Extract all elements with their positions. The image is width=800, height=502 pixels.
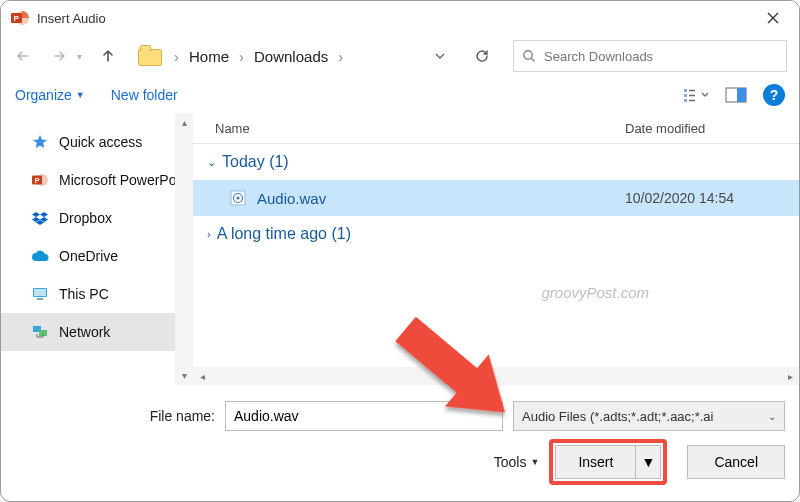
breadcrumb[interactable]: › Home › Downloads › [170, 48, 413, 65]
chevron-right-icon: › [239, 48, 244, 65]
dialog-title: Insert Audio [37, 11, 106, 26]
forward-button[interactable] [49, 46, 69, 66]
quick-access-icon [31, 133, 49, 151]
scroll-right-icon[interactable]: ▸ [781, 371, 799, 382]
sidebar-item-onedrive[interactable]: OneDrive [1, 237, 193, 275]
file-name: Audio.wav [257, 190, 625, 207]
help-button[interactable]: ? [763, 84, 785, 106]
svg-rect-6 [684, 99, 687, 102]
filename-label: File name: [15, 408, 225, 424]
column-headers: Name Date modified [193, 113, 799, 144]
sidebar-scrollbar[interactable]: ▴ ▾ [175, 113, 193, 385]
chevron-right-icon: › [338, 48, 343, 65]
sidebar-item-network[interactable]: Network [1, 313, 193, 351]
sidebar-item-powerpoint[interactable]: P Microsoft PowerPo [1, 161, 193, 199]
group-today[interactable]: ⌄ Today (1) [193, 144, 799, 180]
chevron-right-icon: › [174, 48, 179, 65]
insert-audio-dialog: P Insert Audio ▾ › Home › Downloads › [0, 0, 800, 502]
file-row[interactable]: Audio.wav 10/02/2020 14:54 [193, 180, 799, 216]
file-panel: Name Date modified ⌄ Today (1) Audio.wav… [193, 113, 799, 385]
caret-down-icon: ⌄ [768, 411, 776, 422]
svg-rect-14 [37, 298, 43, 300]
address-dropdown-icon[interactable] [429, 53, 451, 59]
onedrive-icon [31, 247, 49, 265]
search-placeholder: Search Downloads [544, 49, 653, 64]
title-bar: P Insert Audio [1, 1, 799, 35]
folder-icon [138, 47, 160, 65]
svg-rect-4 [684, 89, 687, 92]
column-name[interactable]: Name [215, 121, 625, 136]
powerpoint-icon: P [11, 9, 29, 27]
view-options-button[interactable] [679, 83, 713, 107]
caret-down-icon: ▼ [76, 90, 85, 100]
chevron-down-icon: ⌄ [207, 156, 216, 169]
dropbox-icon [31, 209, 49, 227]
tools-button[interactable]: Tools ▼ [494, 454, 540, 470]
svg-point-3 [524, 51, 532, 59]
new-folder-button[interactable]: New folder [111, 87, 178, 103]
breadcrumb-item[interactable]: Downloads [254, 48, 328, 65]
column-date[interactable]: Date modified [625, 121, 799, 136]
this-pc-icon [31, 285, 49, 303]
preview-pane-button[interactable] [719, 83, 753, 107]
search-input[interactable]: Search Downloads [513, 40, 787, 72]
scroll-up-icon[interactable]: ▴ [182, 113, 187, 132]
chevron-right-icon: › [207, 228, 211, 240]
svg-text:P: P [14, 14, 20, 23]
powerpoint-icon: P [31, 171, 49, 189]
network-icon [31, 323, 49, 341]
filename-input[interactable] [225, 401, 503, 431]
watermark: groovyPost.com [541, 284, 649, 301]
cancel-button[interactable]: Cancel [687, 445, 785, 479]
toolbar: Organize ▼ New folder ? [1, 77, 799, 113]
search-icon [522, 49, 536, 63]
dialog-footer: File name: Audio Files (*.adts;*.adt;*.a… [1, 385, 799, 501]
insert-button[interactable]: Insert ▼ [555, 445, 661, 479]
group-long-ago[interactable]: › A long time ago (1) [193, 216, 799, 252]
insert-dropdown[interactable]: ▼ [635, 446, 660, 478]
back-button[interactable] [13, 46, 33, 66]
close-button[interactable] [753, 4, 793, 32]
audio-file-icon [229, 189, 247, 207]
horizontal-scrollbar[interactable]: ◂ ▸ [193, 367, 799, 385]
sidebar-item-this-pc[interactable]: This PC [1, 275, 193, 313]
history-dropdown-icon[interactable]: ▾ [77, 51, 82, 62]
filetype-dropdown[interactable]: Audio Files (*.adts;*.adt;*.aac;*.ai ⌄ [513, 401, 785, 431]
caret-down-icon: ▼ [530, 457, 539, 467]
organize-button[interactable]: Organize ▼ [15, 87, 85, 103]
navigation-sidebar: Quick access P Microsoft PowerPo Dropbox… [1, 113, 193, 385]
svg-point-19 [236, 196, 239, 199]
file-date: 10/02/2020 14:54 [625, 190, 799, 206]
scroll-down-icon[interactable]: ▾ [182, 366, 187, 385]
file-list[interactable]: ⌄ Today (1) Audio.wav 10/02/2020 14:54 ›… [193, 144, 799, 367]
sidebar-item-quick-access[interactable]: Quick access [1, 123, 193, 161]
svg-text:P: P [35, 177, 40, 184]
navigation-bar: ▾ › Home › Downloads › Search Downloads [1, 35, 799, 77]
svg-rect-5 [684, 94, 687, 97]
dialog-body: Quick access P Microsoft PowerPo Dropbox… [1, 113, 799, 385]
svg-rect-13 [34, 289, 46, 296]
sidebar-item-dropbox[interactable]: Dropbox [1, 199, 193, 237]
tutorial-highlight: Insert ▼ [549, 439, 667, 485]
scroll-left-icon[interactable]: ◂ [193, 371, 211, 382]
refresh-button[interactable] [471, 48, 493, 64]
svg-rect-8 [737, 88, 746, 102]
breadcrumb-item[interactable]: Home [189, 48, 229, 65]
up-button[interactable] [98, 46, 118, 66]
